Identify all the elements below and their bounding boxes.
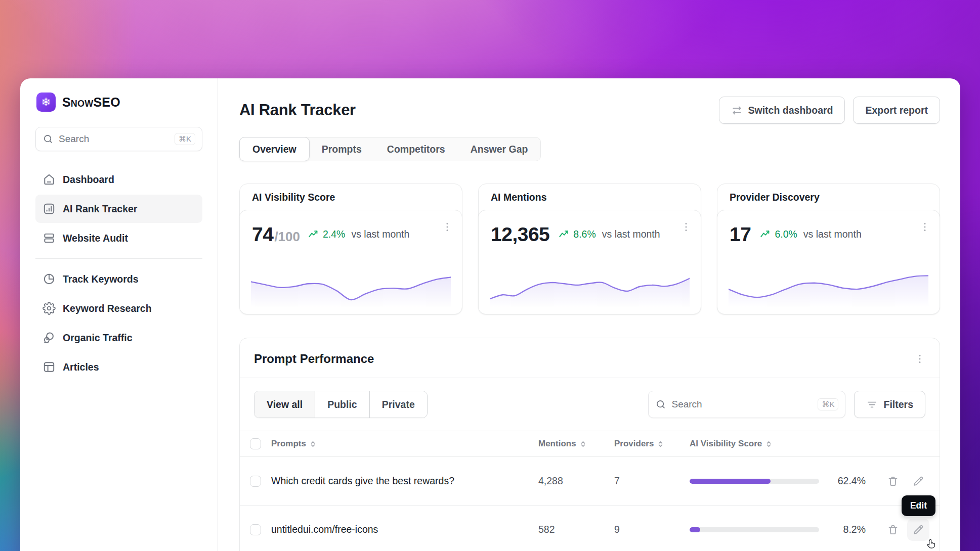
table-toolbar: View all Public Private ⌘K Filters: [240, 378, 940, 431]
prompt-text: untitledui.com/free-icons: [271, 524, 538, 535]
table-search-input[interactable]: [671, 399, 813, 410]
card-menu-button[interactable]: [678, 219, 694, 235]
sidebar-search-shortcut: ⌘K: [175, 133, 195, 145]
card-title: Provider Discovery: [717, 184, 940, 210]
card-provider-discovery: Provider Discovery 17 6.0% vs last month: [717, 183, 940, 314]
sidebar-item-label: Website Audit: [63, 233, 128, 244]
sidebar-divider: [35, 258, 202, 259]
mouse-pointer-cursor: [925, 538, 937, 550]
edit-row-button[interactable]: [907, 470, 929, 492]
switch-dashboard-label: Switch dashboard: [748, 105, 833, 116]
switch-horizontal-icon: [731, 105, 743, 116]
brand-name: SnowSEO: [62, 95, 120, 110]
score-progress-track: [690, 479, 819, 484]
page-header: AI Rank Tracker Switch dashboard Export …: [239, 97, 940, 124]
main-content: AI Rank Tracker Switch dashboard Export …: [218, 78, 960, 551]
providers-value: 7: [614, 475, 690, 487]
trend-percent: 8.6%: [573, 228, 595, 240]
sidebar-item-website-audit[interactable]: Website Audit: [35, 224, 202, 252]
prompt-performance-panel: Prompt Performance View all Public Priva…: [239, 338, 940, 551]
score-label: 8.2%: [843, 524, 866, 535]
card-menu-button[interactable]: [440, 219, 455, 235]
trend-up-icon: [559, 229, 570, 240]
export-report-button[interactable]: Export report: [853, 97, 940, 124]
panel-title: Prompt Performance: [254, 352, 374, 366]
table-search[interactable]: ⌘K: [648, 391, 845, 418]
tab-overview[interactable]: Overview: [239, 137, 310, 161]
segment-view-all[interactable]: View all: [254, 391, 315, 418]
view-segmented-control: View all Public Private: [254, 391, 428, 418]
sidebar-item-label: AI Rank Tracker: [63, 203, 137, 215]
brand-logo: ❄ SnowSEO: [35, 91, 202, 113]
segment-public[interactable]: Public: [315, 391, 369, 418]
trash-icon: [887, 524, 899, 536]
score-label: 62.4%: [838, 475, 866, 487]
card-ai-visibility-score: AI Visibility Score 74 /100 2.4% vs last…: [239, 183, 462, 314]
sort-icon: [309, 440, 317, 448]
sidebar-item-keyword-research[interactable]: Keyword Research: [35, 294, 202, 323]
page-title: AI Rank Tracker: [239, 101, 356, 119]
sidebar-item-articles[interactable]: Articles: [35, 353, 202, 381]
card-trend: 2.4% vs last month: [308, 228, 409, 240]
row-checkbox[interactable]: [250, 476, 261, 487]
mentions-value: 582: [538, 524, 614, 535]
card-ai-mentions: AI Mentions 12,365 8.6% vs last month: [478, 183, 701, 314]
mentions-value: 4,288: [538, 475, 614, 487]
sidebar-item-organic-traffic[interactable]: Organic Traffic: [35, 324, 202, 352]
score-progress-fill: [690, 479, 771, 484]
search-icon: [655, 399, 666, 410]
score-progress-fill: [690, 527, 700, 532]
sidebar: ❄ SnowSEO ⌘K Dashboard AI Rank Tracker W…: [20, 78, 218, 551]
column-header-mentions[interactable]: Mentions: [538, 439, 614, 449]
app-window: ❄ SnowSEO ⌘K Dashboard AI Rank Tracker W…: [20, 78, 960, 551]
segment-private[interactable]: Private: [369, 391, 427, 418]
delete-row-button[interactable]: [882, 519, 904, 541]
card-value: 12,365: [491, 224, 549, 244]
snowflake-logo-icon: ❄: [36, 93, 56, 112]
column-header-providers[interactable]: Providers: [614, 439, 690, 449]
trend-percent: 6.0%: [775, 228, 797, 240]
column-header-prompts[interactable]: Prompts: [271, 439, 538, 449]
dots-vertical-icon: [441, 221, 453, 233]
trash-icon: [887, 475, 899, 487]
card-trend: 8.6% vs last month: [559, 228, 660, 240]
sidebar-item-ai-rank-tracker[interactable]: AI Rank Tracker: [35, 195, 202, 223]
gear-icon: [42, 302, 56, 315]
sidebar-nav: Dashboard AI Rank Tracker Website Audit …: [35, 165, 202, 381]
sidebar-item-label: Organic Traffic: [63, 332, 133, 344]
filter-lines-icon: [866, 399, 878, 410]
trend-caption: vs last month: [602, 228, 660, 240]
sparkline-chart: [729, 262, 928, 308]
table-row: untitledui.com/free-icons 582 9 8.2% Edi…: [240, 506, 940, 551]
card-menu-button[interactable]: [917, 219, 932, 235]
panel-menu-button[interactable]: [912, 351, 927, 366]
tab-competitors[interactable]: Competitors: [374, 137, 458, 161]
select-all-checkbox[interactable]: [250, 438, 261, 449]
trend-caption: vs last month: [803, 228, 862, 240]
column-header-ai-visibility-score[interactable]: AI Visibility Score: [690, 439, 876, 449]
export-report-label: Export report: [865, 105, 928, 116]
score-progress-track: [690, 527, 819, 532]
trend-percent: 2.4%: [323, 228, 345, 240]
trend-caption: vs last month: [351, 228, 409, 240]
tab-prompts[interactable]: Prompts: [309, 137, 374, 161]
sidebar-search[interactable]: ⌘K: [35, 127, 202, 151]
card-value: 74: [252, 224, 273, 244]
sidebar-search-input[interactable]: [59, 133, 169, 145]
row-checkbox[interactable]: [250, 524, 261, 535]
pencil-icon: [912, 524, 924, 536]
delete-row-button[interactable]: [882, 470, 904, 492]
sidebar-item-label: Dashboard: [63, 174, 114, 186]
card-trend: 6.0% vs last month: [760, 228, 861, 240]
edit-row-button[interactable]: Edit: [907, 519, 929, 541]
sidebar-item-dashboard[interactable]: Dashboard: [35, 165, 202, 194]
card-value: 17: [730, 224, 751, 244]
switch-dashboard-button[interactable]: Switch dashboard: [719, 97, 845, 124]
chat-bubbles-icon: [42, 331, 56, 344]
sidebar-item-track-keywords[interactable]: Track Keywords: [35, 265, 202, 293]
sparkline-chart: [251, 262, 451, 308]
filters-button[interactable]: Filters: [854, 391, 925, 418]
tab-answer-gap[interactable]: Answer Gap: [458, 137, 541, 161]
search-icon: [42, 133, 54, 145]
card-title: AI Visibility Score: [240, 184, 462, 210]
